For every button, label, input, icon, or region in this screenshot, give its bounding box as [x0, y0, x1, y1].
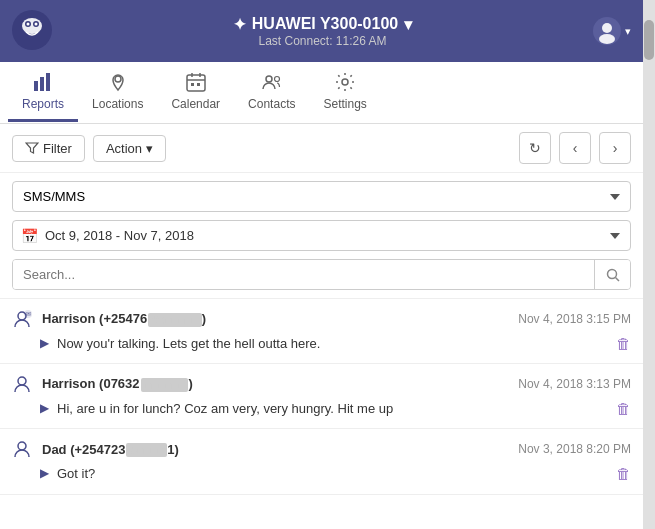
tab-settings-label: Settings	[323, 97, 366, 111]
svg-point-20	[274, 77, 279, 82]
message-body-1: ▶ Now you'r talking. Lets get the hell o…	[0, 331, 643, 363]
expand-arrow-3[interactable]: ▶	[40, 466, 49, 480]
date-filter-select[interactable]: Oct 9, 2018 - Nov 7, 2018	[12, 220, 631, 251]
toolbar: Filter Action ▾ ↻ ‹ ›	[0, 124, 643, 173]
svg-rect-11	[46, 73, 50, 91]
message-body-3: ▶ Got it? 🗑	[0, 461, 643, 493]
tab-locations[interactable]: Locations	[78, 63, 157, 122]
contact-name-2: Harrison (07632■■■■■■)	[42, 376, 508, 392]
tab-contacts[interactable]: Contacts	[234, 63, 309, 122]
message-text-3: Got it?	[57, 465, 608, 483]
delete-icon-1[interactable]: 🗑	[616, 335, 631, 352]
device-star-icon: ✦	[233, 15, 246, 34]
contact-sms-icon-2	[12, 374, 32, 394]
user-menu[interactable]: ▾	[593, 17, 631, 45]
svg-rect-10	[40, 77, 44, 91]
tab-contacts-label: Contacts	[248, 97, 295, 111]
svg-point-5	[35, 22, 38, 25]
locations-icon	[107, 71, 129, 93]
message-header-2: Harrison (07632■■■■■■) Nov 4, 2018 3:13 …	[0, 364, 643, 396]
tab-reports[interactable]: Reports	[8, 63, 78, 122]
scrollbar-thumb[interactable]	[644, 20, 654, 60]
delete-icon-2[interactable]: 🗑	[616, 400, 631, 417]
message-group-2: Harrison (07632■■■■■■) Nov 4, 2018 3:13 …	[0, 364, 643, 429]
tab-reports-label: Reports	[22, 97, 64, 111]
message-body-2: ▶ Hi, are u in for lunch? Coz am very, v…	[0, 396, 643, 428]
next-button[interactable]: ›	[599, 132, 631, 164]
svg-point-19	[266, 76, 272, 82]
tab-calendar[interactable]: Calendar	[157, 63, 234, 122]
svg-point-7	[602, 23, 612, 33]
message-group-3: Dad (+2547235■■■■1) Nov 3, 2018 8:20 PM …	[0, 429, 643, 494]
msg-timestamp-2: Nov 4, 2018 3:13 PM	[518, 377, 631, 391]
svg-point-12	[115, 76, 121, 82]
search-icon	[606, 268, 620, 282]
message-group-1: ✉ Harrison (+2547632■■■■■) Nov 4, 2018 3…	[0, 299, 643, 364]
svg-rect-18	[197, 83, 200, 86]
svg-point-27	[18, 377, 26, 385]
scrollbar-track[interactable]	[643, 0, 655, 529]
tab-calendar-label: Calendar	[171, 97, 220, 111]
user-avatar-icon	[593, 17, 621, 45]
user-dropdown-arrow[interactable]: ▾	[625, 25, 631, 38]
filter-button[interactable]: Filter	[12, 135, 85, 162]
svg-point-8	[599, 34, 615, 44]
filters-section: SMS/MMS Calls Contacts Photos 📅 Oct 9, 2…	[0, 173, 643, 299]
app-logo	[12, 10, 52, 53]
svg-point-4	[27, 22, 30, 25]
date-filter-row: 📅 Oct 9, 2018 - Nov 7, 2018	[12, 220, 631, 251]
tab-settings[interactable]: Settings	[309, 63, 380, 122]
search-input[interactable]	[13, 260, 594, 289]
svg-point-1	[22, 18, 42, 34]
contacts-icon	[261, 71, 283, 93]
message-text-1: Now you'r talking. Lets get the hell out…	[57, 335, 608, 353]
refresh-button[interactable]: ↻	[519, 132, 551, 164]
svg-point-21	[342, 79, 348, 85]
device-dropdown-icon[interactable]: ▾	[404, 15, 412, 34]
contact-sms-icon-1: ✉	[12, 309, 32, 329]
svg-rect-9	[34, 81, 38, 91]
type-filter-select[interactable]: SMS/MMS Calls Contacts Photos	[12, 181, 631, 212]
msg-timestamp-1: Nov 4, 2018 3:15 PM	[518, 312, 631, 326]
device-name-row: ✦ HUAWEI Y300-0100 ▾	[233, 15, 412, 34]
svg-rect-13	[187, 75, 205, 91]
msg-timestamp-3: Nov 3, 2018 8:20 PM	[518, 442, 631, 456]
calendar-icon	[185, 71, 207, 93]
search-button[interactable]	[594, 260, 630, 289]
contact-sms-icon-3	[12, 439, 32, 459]
app-header: ✦ HUAWEI Y300-0100 ▾ Last Connect: 11:26…	[0, 0, 643, 62]
reports-icon	[32, 71, 54, 93]
search-row	[12, 259, 631, 290]
message-header-3: Dad (+2547235■■■■1) Nov 3, 2018 8:20 PM	[0, 429, 643, 461]
settings-icon	[334, 71, 356, 93]
nav-tabs: Reports Locations Calendar	[0, 62, 643, 124]
tab-locations-label: Locations	[92, 97, 143, 111]
action-button[interactable]: Action ▾	[93, 135, 166, 162]
header-center: ✦ HUAWEI Y300-0100 ▾ Last Connect: 11:26…	[52, 15, 593, 48]
message-header-1: ✉ Harrison (+2547632■■■■■) Nov 4, 2018 3…	[0, 299, 643, 331]
svg-point-28	[18, 442, 26, 450]
messages-list: ✉ Harrison (+2547632■■■■■) Nov 4, 2018 3…	[0, 299, 643, 529]
svg-point-22	[607, 269, 616, 278]
expand-arrow-2[interactable]: ▶	[40, 401, 49, 415]
device-name: HUAWEI Y300-0100	[252, 15, 398, 33]
message-text-2: Hi, are u in for lunch? Coz am very, ver…	[57, 400, 608, 418]
svg-line-23	[615, 277, 619, 281]
type-filter-row: SMS/MMS Calls Contacts Photos	[12, 181, 631, 212]
svg-rect-17	[191, 83, 194, 86]
filter-icon	[25, 141, 39, 155]
contact-name-1: Harrison (+2547632■■■■■)	[42, 311, 508, 327]
delete-icon-3[interactable]: 🗑	[616, 465, 631, 482]
last-connect: Last Connect: 11:26 AM	[258, 34, 386, 48]
prev-button[interactable]: ‹	[559, 132, 591, 164]
expand-arrow-1[interactable]: ▶	[40, 336, 49, 350]
contact-name-3: Dad (+2547235■■■■1)	[42, 442, 508, 458]
svg-text:✉: ✉	[26, 311, 31, 317]
